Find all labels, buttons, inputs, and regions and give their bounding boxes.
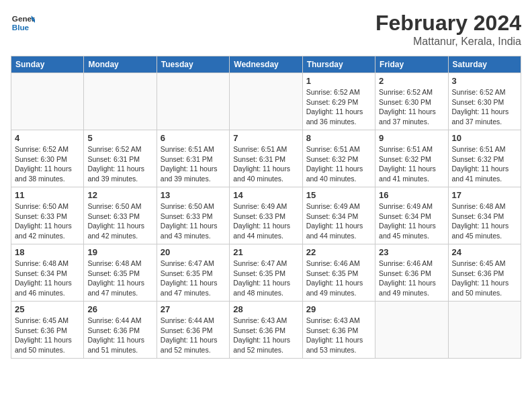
day-number: 10 [452, 133, 517, 143]
svg-text:Blue: Blue [12, 23, 30, 32]
calendar-cell: 10Sunrise: 6:51 AM Sunset: 6:32 PM Dayli… [448, 130, 521, 187]
calendar-table: SundayMondayTuesdayWednesdayThursdayFrid… [11, 56, 521, 359]
day-info: Sunrise: 6:48 AM Sunset: 6:34 PM Dayligh… [15, 259, 80, 298]
calendar-cell: 4Sunrise: 6:52 AM Sunset: 6:30 PM Daylig… [11, 130, 84, 187]
day-info: Sunrise: 6:52 AM Sunset: 6:31 PM Dayligh… [87, 144, 152, 184]
day-number: 25 [15, 304, 80, 314]
calendar-cell: 19Sunrise: 6:48 AM Sunset: 6:35 PM Dayli… [84, 244, 157, 302]
week-row: 18Sunrise: 6:48 AM Sunset: 6:34 PM Dayli… [11, 244, 521, 302]
day-info: Sunrise: 6:50 AM Sunset: 6:33 PM Dayligh… [15, 201, 80, 241]
calendar-cell: 18Sunrise: 6:48 AM Sunset: 6:34 PM Dayli… [11, 244, 84, 302]
day-info: Sunrise: 6:51 AM Sunset: 6:32 PM Dayligh… [379, 144, 444, 184]
weekday-header: Saturday [448, 56, 521, 73]
day-number: 19 [87, 247, 152, 257]
calendar-cell [84, 73, 157, 130]
calendar-cell: 11Sunrise: 6:50 AM Sunset: 6:33 PM Dayli… [11, 187, 84, 244]
calendar-cell [448, 302, 521, 359]
weekday-header: Wednesday [230, 56, 302, 73]
day-info: Sunrise: 6:51 AM Sunset: 6:31 PM Dayligh… [161, 144, 226, 184]
calendar-cell: 17Sunrise: 6:48 AM Sunset: 6:34 PM Dayli… [448, 187, 521, 244]
calendar-cell: 6Sunrise: 6:51 AM Sunset: 6:31 PM Daylig… [157, 130, 229, 187]
day-number: 21 [233, 247, 298, 257]
day-number: 7 [233, 133, 298, 143]
weekday-header: Friday [375, 56, 448, 73]
weekday-header: Thursday [302, 56, 375, 73]
day-info: Sunrise: 6:46 AM Sunset: 6:36 PM Dayligh… [379, 259, 444, 298]
day-number: 11 [15, 190, 80, 200]
calendar-cell: 20Sunrise: 6:47 AM Sunset: 6:35 PM Dayli… [157, 244, 229, 302]
week-row: 11Sunrise: 6:50 AM Sunset: 6:33 PM Dayli… [11, 187, 521, 244]
weekday-header: Tuesday [157, 56, 229, 73]
day-number: 22 [306, 247, 371, 257]
day-info: Sunrise: 6:52 AM Sunset: 6:30 PM Dayligh… [452, 87, 517, 127]
calendar-cell [230, 73, 302, 130]
calendar-cell: 9Sunrise: 6:51 AM Sunset: 6:32 PM Daylig… [375, 130, 448, 187]
day-info: Sunrise: 6:52 AM Sunset: 6:30 PM Dayligh… [15, 144, 80, 184]
weekday-header: Sunday [11, 56, 84, 73]
week-row: 1Sunrise: 6:52 AM Sunset: 6:29 PM Daylig… [11, 73, 521, 130]
day-info: Sunrise: 6:44 AM Sunset: 6:36 PM Dayligh… [87, 316, 152, 355]
day-number: 3 [452, 76, 517, 86]
day-number: 5 [87, 133, 152, 143]
calendar-cell: 14Sunrise: 6:49 AM Sunset: 6:33 PM Dayli… [230, 187, 302, 244]
day-info: Sunrise: 6:43 AM Sunset: 6:36 PM Dayligh… [233, 316, 298, 355]
day-number: 29 [306, 304, 371, 314]
subtitle: Mattanur, Kerala, India [375, 36, 521, 48]
calendar-cell: 2Sunrise: 6:52 AM Sunset: 6:30 PM Daylig… [375, 73, 448, 130]
calendar-cell: 3Sunrise: 6:52 AM Sunset: 6:30 PM Daylig… [448, 73, 521, 130]
page-header: General Blue February 2024 Mattanur, Ker… [11, 11, 521, 48]
day-info: Sunrise: 6:51 AM Sunset: 6:31 PM Dayligh… [233, 144, 298, 184]
day-number: 16 [379, 190, 444, 200]
day-number: 12 [87, 190, 152, 200]
day-number: 23 [379, 247, 444, 257]
week-row: 25Sunrise: 6:45 AM Sunset: 6:36 PM Dayli… [11, 302, 521, 359]
day-info: Sunrise: 6:46 AM Sunset: 6:35 PM Dayligh… [306, 259, 371, 298]
day-info: Sunrise: 6:52 AM Sunset: 6:29 PM Dayligh… [306, 87, 371, 127]
main-title: February 2024 [375, 11, 521, 36]
day-number: 27 [161, 304, 226, 314]
day-info: Sunrise: 6:50 AM Sunset: 6:33 PM Dayligh… [161, 201, 226, 241]
calendar-cell: 1Sunrise: 6:52 AM Sunset: 6:29 PM Daylig… [302, 73, 375, 130]
logo: General Blue [11, 11, 35, 35]
day-info: Sunrise: 6:52 AM Sunset: 6:30 PM Dayligh… [379, 87, 444, 127]
calendar-cell: 28Sunrise: 6:43 AM Sunset: 6:36 PM Dayli… [230, 302, 302, 359]
calendar-cell: 12Sunrise: 6:50 AM Sunset: 6:33 PM Dayli… [84, 187, 157, 244]
day-info: Sunrise: 6:44 AM Sunset: 6:36 PM Dayligh… [161, 316, 226, 355]
day-number: 6 [161, 133, 226, 143]
day-number: 26 [87, 304, 152, 314]
day-info: Sunrise: 6:49 AM Sunset: 6:34 PM Dayligh… [379, 201, 444, 241]
calendar-cell: 22Sunrise: 6:46 AM Sunset: 6:35 PM Dayli… [302, 244, 375, 302]
calendar-cell: 5Sunrise: 6:52 AM Sunset: 6:31 PM Daylig… [84, 130, 157, 187]
day-info: Sunrise: 6:48 AM Sunset: 6:34 PM Dayligh… [452, 201, 517, 241]
calendar-cell [157, 73, 229, 130]
calendar-cell [375, 302, 448, 359]
week-row: 4Sunrise: 6:52 AM Sunset: 6:30 PM Daylig… [11, 130, 521, 187]
day-info: Sunrise: 6:51 AM Sunset: 6:32 PM Dayligh… [452, 144, 517, 184]
calendar-cell: 27Sunrise: 6:44 AM Sunset: 6:36 PM Dayli… [157, 302, 229, 359]
calendar-cell: 21Sunrise: 6:47 AM Sunset: 6:35 PM Dayli… [230, 244, 302, 302]
day-number: 24 [452, 247, 517, 257]
calendar-cell: 26Sunrise: 6:44 AM Sunset: 6:36 PM Dayli… [84, 302, 157, 359]
day-number: 28 [233, 304, 298, 314]
calendar-cell: 7Sunrise: 6:51 AM Sunset: 6:31 PM Daylig… [230, 130, 302, 187]
day-number: 17 [452, 190, 517, 200]
day-info: Sunrise: 6:51 AM Sunset: 6:32 PM Dayligh… [306, 144, 371, 184]
day-number: 8 [306, 133, 371, 143]
day-number: 2 [379, 76, 444, 86]
calendar-cell: 25Sunrise: 6:45 AM Sunset: 6:36 PM Dayli… [11, 302, 84, 359]
day-info: Sunrise: 6:48 AM Sunset: 6:35 PM Dayligh… [87, 259, 152, 298]
day-number: 14 [233, 190, 298, 200]
calendar-cell: 13Sunrise: 6:50 AM Sunset: 6:33 PM Dayli… [157, 187, 229, 244]
day-info: Sunrise: 6:49 AM Sunset: 6:34 PM Dayligh… [306, 201, 371, 241]
calendar-cell: 23Sunrise: 6:46 AM Sunset: 6:36 PM Dayli… [375, 244, 448, 302]
calendar-cell: 8Sunrise: 6:51 AM Sunset: 6:32 PM Daylig… [302, 130, 375, 187]
logo-icon: General Blue [11, 11, 35, 35]
title-block: February 2024 Mattanur, Kerala, India [375, 11, 521, 48]
day-info: Sunrise: 6:43 AM Sunset: 6:36 PM Dayligh… [306, 316, 371, 355]
day-number: 15 [306, 190, 371, 200]
calendar-cell: 24Sunrise: 6:45 AM Sunset: 6:36 PM Dayli… [448, 244, 521, 302]
day-number: 13 [161, 190, 226, 200]
day-info: Sunrise: 6:45 AM Sunset: 6:36 PM Dayligh… [452, 259, 517, 298]
day-info: Sunrise: 6:49 AM Sunset: 6:33 PM Dayligh… [233, 201, 298, 241]
day-number: 4 [15, 133, 80, 143]
